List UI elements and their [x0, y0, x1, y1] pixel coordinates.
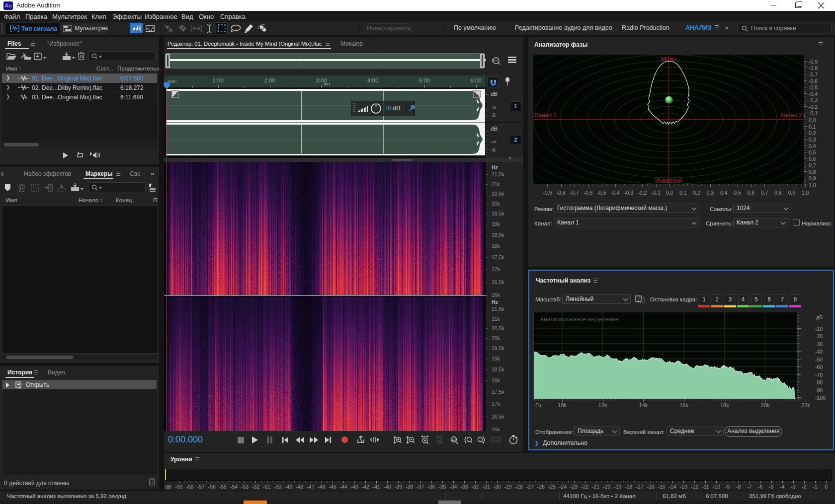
svg-text:Анализированое выделение: Анализированое выделение — [540, 316, 619, 323]
svg-text:Канал 2: Канал 2 — [780, 112, 802, 119]
svg-text:Моно: Моно — [661, 56, 676, 63]
svg-text:Канал 1: Канал 1 — [535, 112, 557, 119]
svg-text:Инверсия: Инверсия — [655, 177, 682, 184]
